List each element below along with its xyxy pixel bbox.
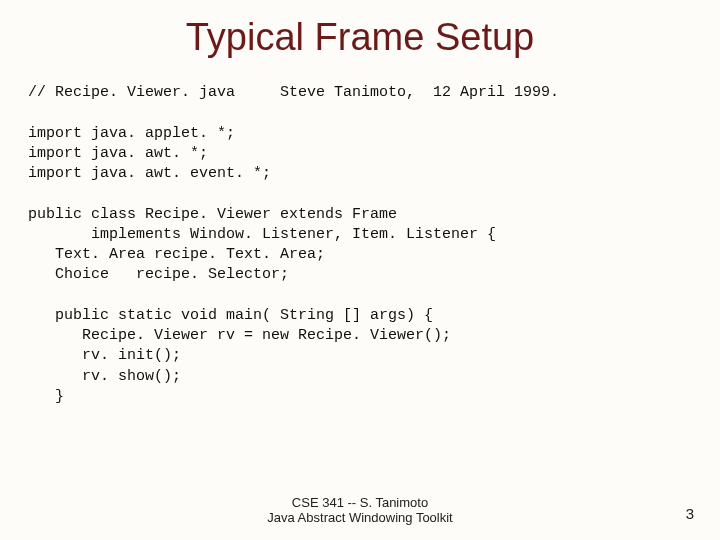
code-line: rv. show();: [28, 368, 181, 385]
code-line: Recipe. Viewer rv = new Recipe. Viewer()…: [28, 327, 451, 344]
code-line: public static void main( String [] args)…: [28, 307, 433, 324]
code-line: import java. awt. *;: [28, 145, 208, 162]
footer-line1: CSE 341 -- S. Tanimoto: [0, 495, 720, 511]
code-line: Text. Area recipe. Text. Area;: [28, 246, 325, 263]
slide-title: Typical Frame Setup: [0, 0, 720, 59]
footer-line2: Java Abstract Windowing Toolkit: [0, 510, 720, 526]
slide: Typical Frame Setup // Recipe. Viewer. j…: [0, 0, 720, 540]
code-line: }: [28, 388, 64, 405]
code-line: // Recipe. Viewer. java Steve Tanimoto, …: [28, 84, 559, 101]
code-line: Choice recipe. Selector;: [28, 266, 289, 283]
page-number: 3: [686, 505, 694, 522]
code-line: import java. applet. *;: [28, 125, 235, 142]
slide-footer: CSE 341 -- S. Tanimoto Java Abstract Win…: [0, 495, 720, 526]
code-block: // Recipe. Viewer. java Steve Tanimoto, …: [28, 83, 720, 407]
code-line: public class Recipe. Viewer extends Fram…: [28, 206, 397, 223]
code-line: rv. init();: [28, 347, 181, 364]
code-line: import java. awt. event. *;: [28, 165, 271, 182]
code-line: implements Window. Listener, Item. Liste…: [28, 226, 496, 243]
